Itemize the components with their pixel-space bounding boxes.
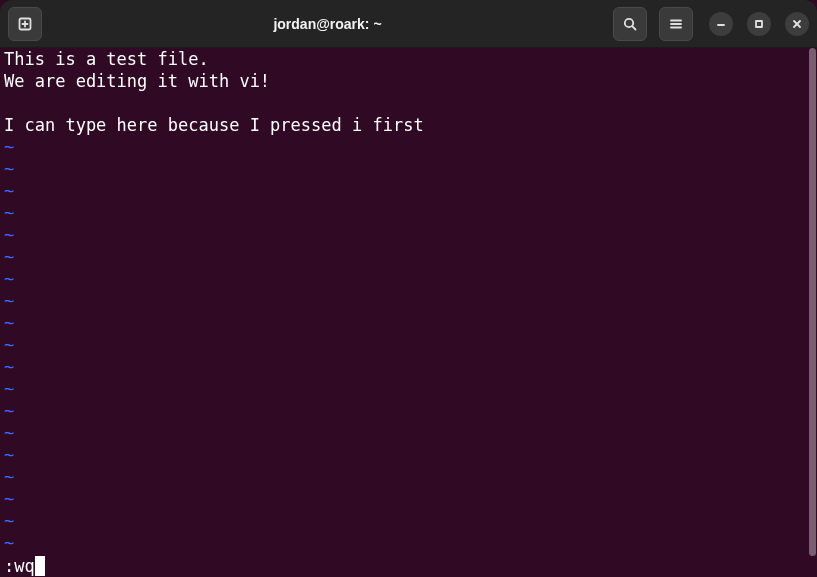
file-line: We are editing it with vi!: [4, 70, 803, 92]
titlebar: jordan@roark: ~: [0, 0, 817, 48]
minimize-button[interactable]: [709, 12, 733, 36]
svg-rect-9: [756, 21, 762, 27]
search-icon: [622, 16, 638, 32]
scrollbar-track[interactable]: [807, 48, 817, 577]
vi-tilde: ~: [4, 268, 803, 290]
window-controls: [705, 12, 809, 36]
vi-tilde: ~: [4, 202, 803, 224]
hamburger-icon: [668, 16, 684, 32]
vi-tilde: ~: [4, 444, 803, 466]
vi-tilde: ~: [4, 488, 803, 510]
vi-tilde: ~: [4, 510, 803, 532]
svg-line-4: [632, 26, 635, 29]
vi-tilde: ~: [4, 246, 803, 268]
vi-tilde: ~: [4, 422, 803, 444]
vi-tilde: ~: [4, 290, 803, 312]
file-line: This is a test file.: [4, 48, 803, 70]
terminal-area[interactable]: This is a test file. We are editing it w…: [0, 48, 817, 577]
file-line: I can type here because I pressed i firs…: [4, 114, 803, 136]
window-title: jordan@roark: ~: [50, 16, 605, 32]
minimize-icon: [715, 18, 727, 30]
scrollbar-thumb[interactable]: [809, 48, 816, 556]
vi-command-text: :wq: [4, 555, 35, 577]
vi-tilde: ~: [4, 356, 803, 378]
vi-tilde: ~: [4, 334, 803, 356]
vi-tilde: ~: [4, 400, 803, 422]
menu-button[interactable]: [659, 7, 693, 41]
maximize-button[interactable]: [747, 12, 771, 36]
maximize-icon: [753, 18, 765, 30]
terminal-content: This is a test file. We are editing it w…: [0, 48, 807, 577]
new-tab-icon: [17, 16, 33, 32]
vi-tilde: ~: [4, 136, 803, 158]
titlebar-right: [613, 7, 809, 41]
titlebar-left: [8, 7, 42, 41]
close-icon: [791, 18, 803, 30]
search-button[interactable]: [613, 7, 647, 41]
vi-tilde: ~: [4, 158, 803, 180]
cursor: [35, 556, 45, 576]
vi-tilde: ~: [4, 312, 803, 334]
new-tab-button[interactable]: [8, 7, 42, 41]
vi-tilde: ~: [4, 378, 803, 400]
vi-tilde: ~: [4, 180, 803, 202]
file-line: [4, 92, 803, 114]
vi-command-line[interactable]: :wq: [4, 555, 803, 577]
vi-tilde: ~: [4, 224, 803, 246]
vi-tilde: ~: [4, 532, 803, 554]
vi-tilde: ~: [4, 466, 803, 488]
close-button[interactable]: [785, 12, 809, 36]
